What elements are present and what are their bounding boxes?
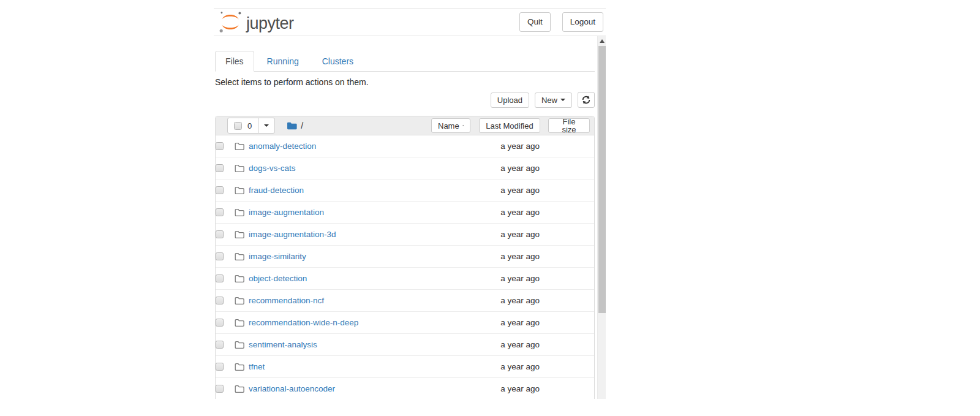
file-row: image-augmentation a year ago xyxy=(216,202,594,224)
file-row: tfnet a year ago xyxy=(216,356,594,378)
scrollbar[interactable] xyxy=(597,36,606,399)
file-checkbox[interactable] xyxy=(216,385,224,393)
file-checkbox[interactable] xyxy=(216,297,224,304)
file-row: image-augmentation-3d a year ago xyxy=(216,224,594,246)
tab-files[interactable]: Files xyxy=(215,51,254,72)
file-name-link[interactable]: recommendation-ncf xyxy=(249,296,324,305)
file-row: image-similarity a year ago xyxy=(216,246,594,268)
file-checkbox[interactable] xyxy=(216,274,224,282)
folder-icon xyxy=(235,297,244,305)
tab-clusters[interactable]: Clusters xyxy=(312,51,364,72)
file-row: recommendation-wide-n-deep a year ago xyxy=(216,312,594,334)
folder-icon xyxy=(235,363,244,371)
chevron-down-icon xyxy=(560,99,565,101)
file-modified: a year ago xyxy=(500,208,540,217)
chevron-down-icon xyxy=(264,124,269,127)
sort-name-label: Name xyxy=(438,122,459,130)
file-name-link[interactable]: recommendation-wide-n-deep xyxy=(249,318,358,327)
sort-name-button[interactable]: Name xyxy=(431,118,470,133)
tab-running[interactable]: Running xyxy=(257,51,309,72)
file-checkbox[interactable] xyxy=(216,363,224,371)
folder-icon xyxy=(235,164,244,173)
file-name-link[interactable]: fraud-detection xyxy=(249,186,304,195)
file-row: fraud-detection a year ago xyxy=(216,180,594,202)
logout-button[interactable]: Logout xyxy=(562,12,603,32)
breadcrumb-folder-icon[interactable] xyxy=(287,121,297,130)
file-checkbox[interactable] xyxy=(216,230,224,238)
file-name-link[interactable]: image-augmentation-3d xyxy=(249,230,336,239)
main-content: Files Running Clusters Select items to p… xyxy=(215,51,595,399)
file-list: anomaly-detection a year ago dogs-vs-cat… xyxy=(216,135,594,399)
quit-button[interactable]: Quit xyxy=(519,12,551,32)
folder-icon xyxy=(235,230,244,239)
new-dropdown-label: New xyxy=(541,96,557,104)
action-toolbar: Upload New xyxy=(215,92,595,108)
sort-last-modified-button[interactable]: Last Modified xyxy=(479,118,540,133)
file-modified: a year ago xyxy=(500,252,540,261)
new-dropdown-button[interactable]: New xyxy=(535,93,572,108)
file-row: variational-autoencoder a year ago xyxy=(216,378,594,399)
folder-icon xyxy=(235,186,244,195)
folder-icon xyxy=(235,385,244,393)
file-modified: a year ago xyxy=(500,340,540,349)
refresh-icon xyxy=(582,96,590,104)
upload-button[interactable]: Upload xyxy=(491,93,529,108)
tab-bar: Files Running Clusters xyxy=(215,51,595,72)
jupyter-logo[interactable]: jupyter xyxy=(219,10,294,34)
file-modified: a year ago xyxy=(500,274,540,283)
select-button-group: 0 xyxy=(227,118,275,134)
file-checkbox[interactable] xyxy=(216,341,224,349)
file-name-link[interactable]: image-augmentation xyxy=(249,208,324,217)
file-checkbox[interactable] xyxy=(216,208,224,216)
file-row: object-detection a year ago xyxy=(216,268,594,290)
header-buttons: Quit Logout xyxy=(508,12,603,32)
folder-icon xyxy=(235,341,244,349)
file-name-link[interactable]: variational-autoencoder xyxy=(249,384,335,393)
arrow-down-icon xyxy=(462,122,464,129)
file-checkbox[interactable] xyxy=(216,252,224,260)
file-row: sentiment-analysis a year ago xyxy=(216,334,594,356)
file-name-link[interactable]: object-detection xyxy=(249,274,307,283)
file-row: anomaly-detection a year ago xyxy=(216,135,594,157)
file-browser: 0 / Name Last Modified xyxy=(215,116,595,399)
file-checkbox[interactable] xyxy=(216,319,224,327)
jupyter-window: jupyter Quit Logout Files Running Cluste… xyxy=(214,8,606,399)
folder-icon xyxy=(235,208,244,217)
folder-icon xyxy=(235,252,244,261)
jupyter-logo-icon xyxy=(219,10,242,34)
file-modified: a year ago xyxy=(500,142,540,151)
selected-count: 0 xyxy=(247,122,252,130)
instructions-text: Select items to perform actions on them. xyxy=(215,77,595,87)
select-all-checkbox[interactable] xyxy=(234,122,242,130)
folder-icon xyxy=(235,142,244,151)
file-modified: a year ago xyxy=(500,362,540,371)
file-modified: a year ago xyxy=(500,296,540,305)
refresh-button[interactable] xyxy=(578,92,595,108)
scroll-up-arrow[interactable] xyxy=(598,36,606,45)
breadcrumb[interactable]: / xyxy=(301,121,303,130)
file-name-link[interactable]: tfnet xyxy=(249,362,265,371)
scrollbar-thumb[interactable] xyxy=(598,46,606,313)
folder-icon xyxy=(235,274,244,283)
file-row: recommendation-ncf a year ago xyxy=(216,290,594,312)
select-filter-dropdown-button[interactable] xyxy=(258,118,275,134)
logo-text: jupyter xyxy=(246,15,294,32)
file-name-link[interactable]: anomaly-detection xyxy=(249,142,316,151)
sort-file-size-button[interactable]: File size xyxy=(548,118,590,133)
file-name-link[interactable]: image-similarity xyxy=(249,252,306,261)
folder-icon xyxy=(235,319,244,327)
file-row: dogs-vs-cats a year ago xyxy=(216,157,594,180)
file-name-link[interactable]: sentiment-analysis xyxy=(249,340,317,349)
app-header: jupyter Quit Logout xyxy=(214,9,606,36)
file-modified: a year ago xyxy=(500,318,540,327)
file-modified: a year ago xyxy=(500,230,540,239)
select-all-button[interactable]: 0 xyxy=(227,118,258,134)
file-list-header: 0 / Name Last Modified xyxy=(216,116,594,135)
file-modified: a year ago xyxy=(500,384,540,393)
file-modified: a year ago xyxy=(500,164,540,173)
file-checkbox[interactable] xyxy=(216,164,224,172)
file-name-link[interactable]: dogs-vs-cats xyxy=(249,164,296,173)
file-checkbox[interactable] xyxy=(216,186,224,194)
file-checkbox[interactable] xyxy=(216,142,224,150)
file-modified: a year ago xyxy=(500,186,540,195)
